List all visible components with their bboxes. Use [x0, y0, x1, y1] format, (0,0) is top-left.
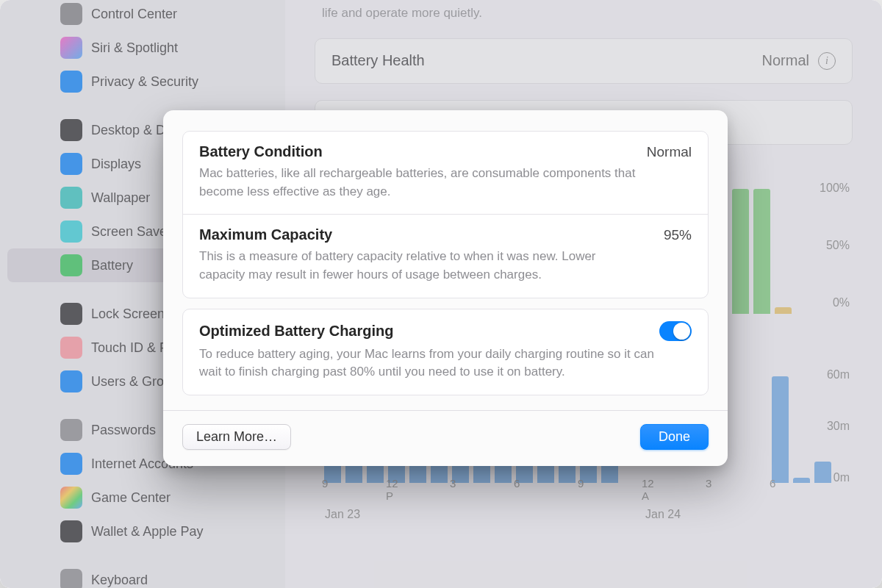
maximum-capacity-desc: This is a measure of battery capacity re… — [199, 248, 640, 284]
battery-info-group: Battery Condition Normal Mac batteries, … — [182, 131, 709, 298]
optimized-charging-desc: To reduce battery aging, your Mac learns… — [199, 345, 677, 381]
learn-more-button[interactable]: Learn More… — [182, 424, 291, 450]
maximum-capacity-section: Maximum Capacity 95% This is a measure o… — [183, 214, 708, 297]
battery-condition-title: Battery Condition — [199, 143, 323, 160]
battery-condition-value: Normal — [647, 144, 692, 160]
optimized-charging-section: Optimized Battery Charging To reduce bat… — [183, 309, 708, 395]
maximum-capacity-value: 95% — [664, 227, 692, 243]
optimized-charging-toggle[interactable] — [659, 321, 692, 341]
battery-condition-section: Battery Condition Normal Mac batteries, … — [183, 132, 708, 214]
battery-health-sheet: Battery Condition Normal Mac batteries, … — [163, 110, 728, 466]
done-button[interactable]: Done — [640, 424, 709, 450]
optimized-charging-title: Optimized Battery Charging — [199, 323, 393, 340]
optimized-charging-group: Optimized Battery Charging To reduce bat… — [182, 309, 709, 395]
battery-condition-desc: Mac batteries, like all rechargeable bat… — [199, 165, 640, 201]
maximum-capacity-title: Maximum Capacity — [199, 226, 332, 243]
